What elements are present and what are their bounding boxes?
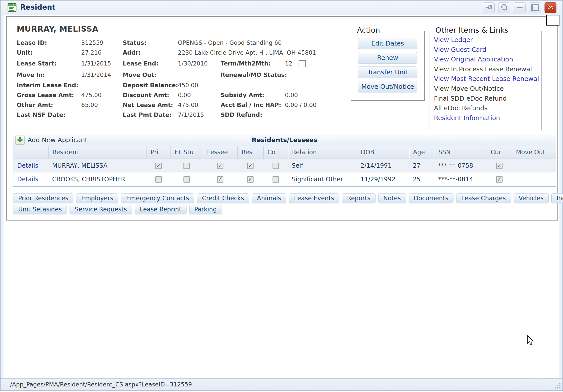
- link-final-sdd-edoc-refund: Final SDD eDoc Refund: [434, 94, 541, 104]
- resident-name-heading: MURRAY, MELISSA: [17, 24, 98, 33]
- cur-checkbox[interactable]: [496, 176, 503, 183]
- field-label: Last Pmt Date:: [123, 112, 172, 118]
- maximize-icon: [531, 4, 539, 11]
- field-label: Lease End:: [123, 60, 158, 67]
- tab-employers[interactable]: Employers: [76, 193, 118, 203]
- field-row: Other Amt:65.00Net Lease Amt:475.00Acct …: [17, 101, 351, 111]
- tab-vehicles[interactable]: Vehicles: [514, 193, 549, 203]
- tab-service-requests[interactable]: Service Requests: [70, 205, 132, 214]
- tab-lease-events[interactable]: Lease Events: [289, 193, 339, 203]
- resize-grip-icon[interactable]: [553, 381, 561, 389]
- renew-button[interactable]: Renew: [358, 52, 417, 63]
- mouse-cursor: [527, 335, 536, 347]
- transfer-unit-button[interactable]: Transfer Unit: [358, 67, 417, 78]
- field-label: Unit:: [17, 49, 33, 56]
- resident-panel: MURRAY, MELISSA Lease ID:312559Status:OP…: [6, 16, 558, 221]
- tab-lease-reprint[interactable]: Lease Reprint: [135, 205, 186, 214]
- field-row: Lease ID:312559Status:OPENGS - Open - Go…: [17, 38, 351, 48]
- cell-relation: Significant Other: [288, 176, 357, 183]
- link-view-ledger[interactable]: View Ledger: [434, 35, 541, 45]
- field-value: 1/31/2015: [81, 60, 111, 67]
- field-row: Interim Lease End:Deposit Balance:450.00: [17, 81, 351, 91]
- tab-income-tics[interactable]: Income/TICs: [551, 193, 563, 203]
- details-link[interactable]: Details: [17, 176, 38, 183]
- co-checkbox[interactable]: [273, 163, 279, 169]
- ft-stu-checkbox[interactable]: [183, 163, 190, 169]
- column-header-co: Co: [263, 146, 288, 159]
- cell-cur: [487, 176, 512, 183]
- tab-unit-setasides[interactable]: Unit Setasides: [13, 205, 67, 214]
- link-resident-information[interactable]: Resident Information: [434, 113, 541, 123]
- field-label: Interim Lease End:: [17, 82, 78, 89]
- tab-prior-residences[interactable]: Prior Residences: [13, 193, 73, 203]
- status-url: /App_Pages/PMA/Resident/Resident_CS.aspx…: [10, 381, 192, 388]
- link-view-move-out-notice: View Move Out/Notice: [434, 84, 541, 94]
- link-view-most-recent-lease-renewal[interactable]: View Most Recent Lease Renewal: [434, 74, 541, 84]
- table-row: DetailsCROOKS, CHRISTOPHERSignificant Ot…: [13, 172, 556, 186]
- link-view-guest-card[interactable]: View Guest Card: [434, 45, 541, 55]
- pin-button[interactable]: [483, 2, 495, 13]
- field-value: 312559: [81, 39, 103, 46]
- co-checkbox[interactable]: [273, 176, 279, 183]
- field-label: Move In:: [17, 72, 45, 78]
- minimize-button[interactable]: [514, 2, 526, 13]
- cell-lessee: [203, 163, 237, 169]
- resident-form-icon: [7, 3, 17, 13]
- lease-fields: Lease ID:312559Status:OPENGS - Open - Go…: [17, 38, 351, 120]
- plus-icon: [17, 137, 23, 143]
- other-items-group: Other Items & Links View LedgerView Gues…: [429, 31, 542, 130]
- cell-res: [237, 163, 263, 169]
- cell-lessee: [203, 176, 237, 183]
- cur-checkbox[interactable]: [496, 163, 503, 169]
- field-row: Lease Start:1/31/2015Lease End:1/30/2016…: [17, 59, 351, 69]
- pri-checkbox[interactable]: [155, 163, 162, 169]
- field-value: 2230 Lake Circle Drive Apt. H , LIMA, OH…: [178, 49, 316, 56]
- table-row: DetailsMURRAY, MELISSASelf2/14/199127***…: [13, 159, 556, 172]
- field-value: 0.00: [178, 92, 191, 98]
- move-out-notice-button[interactable]: Move Out/Notice: [358, 81, 417, 92]
- action-buttons: Edit DatesRenewTransfer UnitMove Out/Not…: [351, 38, 424, 92]
- add-new-applicant-label[interactable]: Add New Applicant: [28, 136, 87, 144]
- tab-animals[interactable]: Animals: [252, 193, 286, 203]
- column-header-cur: Cur: [487, 146, 512, 159]
- tab-documents[interactable]: Documents: [409, 193, 453, 203]
- add-new-applicant-button[interactable]: [15, 136, 25, 145]
- res-checkbox[interactable]: [247, 176, 254, 183]
- refresh-button[interactable]: [498, 2, 510, 13]
- lessee-checkbox[interactable]: [217, 163, 223, 169]
- field-label: Discount Amt:: [123, 92, 169, 98]
- residents-table-header: ResidentPriFT StuLesseeResCoRelationDOBA…: [13, 146, 556, 159]
- pri-checkbox[interactable]: [155, 176, 162, 183]
- term-mth2mth-checkbox[interactable]: [299, 60, 306, 67]
- tab-emergency-contacts[interactable]: Emergency Contacts: [121, 193, 194, 203]
- minimize-icon: [517, 7, 523, 8]
- section-tabs-row-2: Unit SetasidesService RequestsLease Repr…: [13, 205, 222, 214]
- field-label: Renewal/MO Status:: [221, 72, 287, 78]
- field-value: 12: [285, 60, 292, 67]
- field-label: Other Amt:: [17, 102, 53, 108]
- details-link[interactable]: Details: [17, 162, 38, 169]
- field-label: Term/Mth2Mth:: [221, 60, 271, 67]
- close-button[interactable]: [545, 2, 556, 13]
- field-label: Net Lease Amt:: [123, 102, 173, 108]
- tab-notes[interactable]: Notes: [378, 193, 406, 203]
- column-header-ssn: SSN: [434, 146, 487, 159]
- tab-reports[interactable]: Reports: [342, 193, 376, 203]
- ft-stu-checkbox[interactable]: [183, 176, 190, 183]
- edit-dates-button[interactable]: Edit Dates: [358, 38, 417, 49]
- field-label: Lease Start:: [17, 60, 57, 67]
- res-checkbox[interactable]: [247, 163, 254, 169]
- link-view-original-application[interactable]: View Original Application: [434, 55, 541, 64]
- maximize-button[interactable]: [529, 2, 541, 13]
- tab-credit-checks[interactable]: Credit Checks: [197, 193, 249, 203]
- field-label: Acct Bal / Inc HAP:: [221, 102, 281, 108]
- status-bar: /App_Pages/PMA/Resident/Resident_CS.aspx…: [1, 378, 562, 390]
- field-value: 65.00: [81, 102, 98, 108]
- tab-parking[interactable]: Parking: [189, 205, 222, 214]
- cell-co: [263, 163, 288, 169]
- lessee-checkbox[interactable]: [217, 176, 223, 183]
- field-row: Last NSF Date:Last Pmt Date:7/1/2015SDD …: [17, 111, 351, 120]
- cell-relation: Self: [288, 162, 357, 169]
- tab-lease-charges[interactable]: Lease Charges: [456, 193, 511, 203]
- column-header-age: Age: [409, 146, 434, 159]
